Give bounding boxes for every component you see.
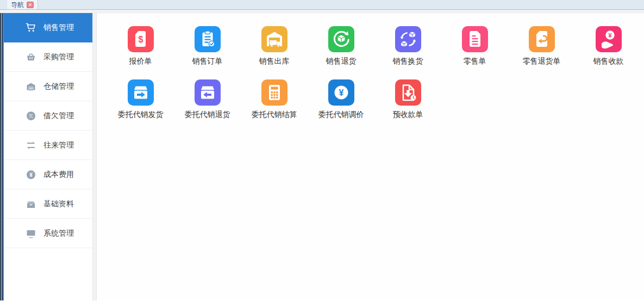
module-label: 委托代销退货 [174, 110, 241, 120]
sidebar-item-label: 往来管理 [43, 140, 74, 150]
retail-doc-icon [462, 26, 488, 52]
sidebar-item-label: 销售管理 [43, 23, 74, 33]
sidebar-item-basic-data[interactable]: 基础资料 [4, 189, 92, 219]
svg-text:欠: 欠 [29, 113, 34, 119]
warehouse-truck-icon [261, 26, 287, 52]
cart-icon [26, 22, 36, 33]
svg-text:$: $ [138, 35, 143, 44]
module-label: 零售退货单 [508, 57, 575, 66]
module-label: 零售单 [441, 57, 508, 66]
sidebar: 销售管理 采购管理 仓储管理 [4, 13, 92, 300]
tab-navigation[interactable]: 导航 ✕ [7, 0, 38, 9]
module-retail-return[interactable]: 零售退货单 [508, 26, 575, 66]
archive-box-icon [26, 199, 36, 210]
close-icon[interactable]: ✕ [27, 2, 34, 8]
box-arrow-left-icon [195, 79, 221, 106]
module-retail-order[interactable]: 零售单 [441, 26, 508, 66]
box-return-icon [328, 26, 354, 52]
module-row-2: 委托代销发货 委托代销退货 [107, 79, 644, 120]
module-label: 委托代销调价 [308, 110, 374, 120]
clipboard-check-icon [195, 26, 221, 52]
svg-text:¥: ¥ [339, 88, 343, 97]
module-label: 委托代销发货 [107, 110, 174, 120]
module-sales-return[interactable]: 销售退货 [308, 26, 374, 66]
quotation-doc-icon: $ [128, 26, 154, 52]
module-label: 销售退货 [308, 57, 374, 66]
module-label: 销售换货 [374, 57, 441, 66]
module-row-1: $ 报价单 销售订单 [107, 26, 644, 66]
sidebar-item-label: 借欠管理 [43, 111, 74, 121]
sidebar-item-label: 仓储管理 [43, 82, 74, 91]
sidebar-item-label: 基础资料 [43, 199, 74, 209]
module-label: 销售出库 [241, 57, 308, 66]
sidebar-item-system[interactable]: 系统管理 [4, 219, 92, 248]
module-consignment-return[interactable]: 委托代销退货 [174, 79, 241, 120]
calculator-icon [261, 79, 287, 106]
module-label: 委托代销结算 [241, 110, 308, 120]
tab-strip: 导航 ✕ [0, 0, 644, 10]
module-sales-exchange[interactable]: 销售换货 [374, 26, 441, 66]
module-advance-receipt[interactable]: 预收款单 [374, 79, 441, 120]
sidebar-item-label: 系统管理 [43, 229, 74, 238]
module-label: 报价单 [107, 57, 174, 66]
module-sales-order[interactable]: 销售订单 [174, 26, 241, 66]
sidebar-item-transactions[interactable]: 往来管理 [4, 131, 92, 160]
boxes-swap-icon [395, 26, 421, 52]
monitor-icon [26, 228, 36, 239]
doc-down-clock-icon [395, 79, 421, 106]
module-grid: $ 报价单 销售订单 [97, 13, 644, 300]
debt-circle-icon: 欠 [26, 110, 36, 121]
warehouse-icon [26, 81, 36, 92]
sidebar-item-purchase[interactable]: 采购管理 [4, 42, 92, 72]
doc-undo-icon [529, 26, 555, 52]
cost-coin-icon: ¥ [26, 169, 36, 180]
sidebar-item-debt[interactable]: 欠 借欠管理 [4, 101, 92, 131]
sidebar-item-label: 成本费用 [43, 170, 74, 180]
sidebar-item-costs[interactable]: ¥ 成本费用 [4, 160, 92, 189]
svg-text:¥: ¥ [608, 32, 612, 39]
hand-coin-icon: ¥ [596, 26, 622, 52]
sidebar-item-sales[interactable]: 销售管理 [4, 13, 92, 42]
yen-circle-icon: ¥ [328, 79, 354, 106]
svg-text:¥: ¥ [29, 171, 33, 177]
module-label: 预收款单 [374, 110, 441, 120]
exchange-arrows-icon [26, 140, 36, 151]
box-arrow-right-icon [128, 79, 154, 106]
tab-navigation-label: 导航 [11, 2, 24, 8]
module-consignment-reprice[interactable]: ¥ 委托代销调价 [308, 79, 374, 120]
module-consignment-settle[interactable]: 委托代销结算 [241, 79, 308, 120]
module-sales-outbound[interactable]: 销售出库 [241, 26, 308, 66]
module-consignment-ship[interactable]: 委托代销发货 [107, 79, 174, 120]
sidebar-item-warehouse[interactable]: 仓储管理 [4, 72, 92, 101]
module-label: 销售订单 [174, 57, 241, 66]
panel-splitter[interactable] [92, 13, 97, 300]
module-sales-collection[interactable]: ¥ 销售收款 [575, 26, 642, 66]
module-quotation[interactable]: $ 报价单 [107, 26, 174, 66]
module-label: 销售收款 [575, 57, 642, 66]
sidebar-item-label: 采购管理 [43, 52, 74, 62]
window-edge-border [0, 13, 4, 300]
basket-icon [26, 52, 36, 63]
